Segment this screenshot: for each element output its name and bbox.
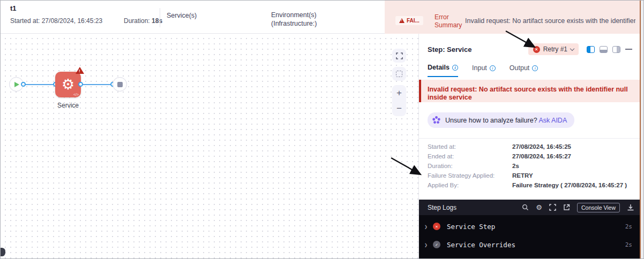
gear-icon: ⚙: [62, 78, 74, 92]
step-details-table: Started at: 27/08/2024, 16:45:25 Ended a…: [428, 143, 632, 192]
log-settings-icon[interactable]: ⚙: [536, 204, 542, 211]
warning-triangle-icon: [399, 18, 405, 23]
chevron-down-icon: [570, 46, 574, 50]
port: [21, 82, 26, 87]
layout-right-panel-button[interactable]: [612, 46, 620, 53]
service-node-label: Service: [48, 102, 88, 109]
started-at-text: Started at: 27/08/2024, 16:45:23: [10, 17, 102, 25]
pipeline-end-node[interactable]: [113, 77, 127, 92]
play-icon: [14, 82, 19, 87]
step-warning-badge: [76, 67, 84, 74]
pipeline-execution-window: t1 Started at: 27/08/2024, 16:45:23 Dura…: [0, 0, 644, 259]
error-summary-text: Invalid request: No artifact source exis…: [465, 17, 635, 25]
section-divider: [419, 138, 641, 139]
expand-chevron-icon[interactable]: ❯: [424, 242, 433, 248]
duration-text: Duration: 18s: [124, 17, 162, 25]
console-view-button[interactable]: Console View: [577, 203, 620, 212]
pipeline-name: t1: [10, 4, 102, 12]
failed-status-badge[interactable]: FAI...: [395, 16, 423, 25]
expand-chevron-icon[interactable]: ❯: [424, 224, 433, 230]
infrastructure-label: (Infrastructure:): [271, 19, 317, 28]
code-icon: </>: [73, 93, 79, 96]
edge-start-to-service: [24, 84, 56, 85]
tab-details[interactable]: Details i: [428, 64, 458, 77]
fit-to-screen-button[interactable]: [392, 67, 406, 81]
expand-icon: [396, 52, 403, 59]
edge-service-to-end: [80, 84, 114, 85]
open-external-icon[interactable]: [563, 204, 570, 211]
detail-row-ended-at: Ended at: 27/08/2024, 16:45:27: [428, 153, 632, 159]
detail-tabs: Details i Input i Output i: [428, 64, 538, 77]
detail-row-failure-strategy: Failure Strategy Applied: RETRY: [428, 172, 632, 179]
stop-icon: [117, 82, 123, 87]
layout-left-panel-button[interactable]: [587, 46, 595, 53]
zoom-out-button[interactable]: −: [396, 103, 402, 114]
log-status-icon: [433, 241, 440, 248]
error-summary-zone: FAI... Error Summary Invalid request: No…: [385, 1, 641, 34]
layout-bottom-panel-button[interactable]: [600, 46, 608, 53]
aida-question: Unsure how to analyze failure? Ask AIDA: [445, 117, 567, 124]
search-icon[interactable]: [522, 204, 529, 211]
step-logs-console: Step Logs ⚙ Console View: [419, 200, 641, 259]
step-error-banner: Invalid request: No artifact source exis…: [419, 80, 641, 102]
download-logs-icon[interactable]: [627, 204, 634, 211]
step-title: Step: Service: [428, 45, 528, 54]
services-label: Service(s): [167, 12, 197, 19]
duration-value: 18s: [152, 17, 162, 25]
step-detail-panel: Step: Service ✕ Retry #1 Details i Input…: [419, 34, 641, 259]
fullscreen-logs-icon[interactable]: [549, 204, 556, 211]
pipeline-canvas[interactable]: ⚙ </> Service + −: [1, 34, 419, 259]
zoom-in-button[interactable]: +: [396, 88, 402, 98]
service-step-node[interactable]: ⚙ </>: [55, 72, 81, 97]
cursor-artifact: [0, 248, 5, 256]
log-row-service-step[interactable]: ❯ Service Step 2s: [419, 219, 641, 233]
log-duration: 2s: [625, 241, 632, 248]
environments-label: Environment(s) (Infrastructure:): [271, 11, 317, 28]
header-divider: [160, 8, 160, 27]
ask-aida-link[interactable]: Ask AIDA: [538, 117, 567, 124]
log-row-service-overrides[interactable]: ❯ Service Overrides 2s: [419, 238, 641, 252]
window-right-edge: [640, 1, 643, 258]
fit-icon: [396, 71, 402, 77]
tab-output[interactable]: Output i: [510, 64, 538, 77]
info-icon: i: [490, 65, 496, 71]
port: [78, 82, 83, 87]
detail-row-duration: Duration: 2s: [428, 163, 632, 169]
canvas-controls: + −: [392, 49, 406, 116]
detail-row-applied-by: Applied By: Failure Strategy ( 27/08/202…: [428, 182, 632, 188]
step-logs-title: Step Logs: [428, 204, 522, 211]
log-status-icon: [433, 223, 440, 230]
execution-header: t1 Started at: 27/08/2024, 16:45:23 Dura…: [1, 1, 641, 34]
aida-pinwheel-icon: [432, 116, 441, 125]
aida-suggestion-pill[interactable]: Unsure how to analyze failure? Ask AIDA: [428, 112, 574, 128]
minimize-panel-button[interactable]: [625, 49, 632, 50]
tab-input[interactable]: Input i: [472, 64, 496, 77]
retry-dropdown[interactable]: ✕ Retry #1: [528, 43, 579, 55]
info-icon: i: [452, 65, 458, 71]
failed-circle-icon: ✕: [533, 46, 540, 53]
error-summary-label: Error Summary: [435, 13, 468, 29]
zoom-control-group: + −: [392, 85, 406, 116]
detail-row-started-at: Started at: 27/08/2024, 16:45:25: [428, 143, 632, 150]
fullscreen-button[interactable]: [392, 49, 406, 63]
log-duration: 2s: [625, 223, 632, 230]
info-icon: i: [532, 65, 538, 71]
